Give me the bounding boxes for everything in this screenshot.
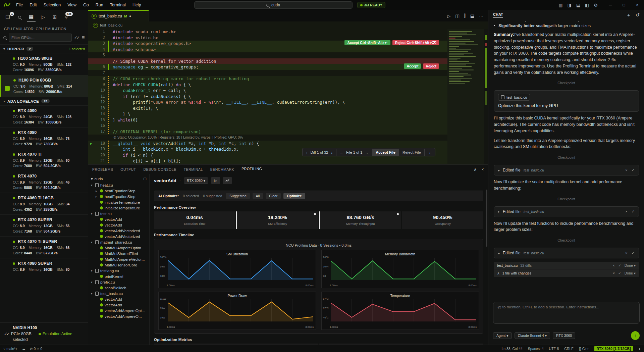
collapse-icon[interactable]: ∧ xyxy=(497,271,500,275)
gpu-item-h100-pcie-80gb[interactable]: H100 PCIe 80GBCC: 9.0Memory: 80GBSMs: 11… xyxy=(0,75,88,97)
split-editor-icon[interactable]: ⫿ xyxy=(464,13,466,18)
gpu-item-h100-sxm5-80gb[interactable]: H100 SXM5 80GBCC: 9.0Memory: 80GBSMs: 13… xyxy=(0,53,88,75)
sync-icon[interactable]: ☁ xyxy=(22,347,25,351)
reject-change-button[interactable]: Reject Ctrl+Shift+Alt+⌫ xyxy=(392,40,439,45)
menu-run[interactable]: Run xyxy=(93,2,106,8)
grid-layout-icon[interactable]: ▥ xyxy=(558,3,562,8)
menu-go[interactable]: Go xyxy=(80,2,92,8)
files-changed-row[interactable]: ∧1 file with changes×✓Done ▾ xyxy=(494,269,639,277)
maximize-icon[interactable]: □ xyxy=(617,0,631,10)
ai-optimize-button[interactable]: Optimize xyxy=(283,193,305,199)
gpu-memory-badge[interactable]: RTX 3060 [1.7/12GB] xyxy=(594,346,633,351)
gpu-group-header-ada-lovelace[interactable]: ▾ADA LOVELACE15 xyxy=(0,97,88,105)
discard-icon[interactable]: × xyxy=(613,271,615,275)
tree-item-test-basic-cu[interactable]: ▾test_basic.cu xyxy=(88,291,149,296)
accept-small-button[interactable]: Accept xyxy=(404,63,421,69)
git-branch-status[interactable]: ⑂ main*+ xyxy=(3,347,17,351)
send-button[interactable]: ↑ xyxy=(631,331,640,340)
minimap[interactable] xyxy=(447,29,484,164)
chat-chip-claude-sonnet-4[interactable]: Claude Sonnet 4 ▾ xyxy=(515,332,550,339)
chat-input[interactable]: @ to mention, Ctrl+L to add a selection.… xyxy=(493,302,640,324)
keep-icon[interactable]: ✓ xyxy=(618,263,621,267)
select-all-icon[interactable]: ✓✓ xyxy=(74,35,79,40)
panel-close-icon[interactable]: × xyxy=(481,167,484,172)
chat-chip-rtx-3060[interactable]: RTX 3060 xyxy=(553,332,575,339)
encoding[interactable]: UTF-8 xyxy=(549,347,559,351)
gpu-item-rtx-4070-ti-super[interactable]: RTX 4070 Ti SUPERCC: 8.9Memory: 16GBSMs:… xyxy=(0,236,88,258)
file-diffs-row[interactable]: test_basic.cu32 diffs×✓Done ▾ xyxy=(494,262,639,269)
tree-item-vectoraddampereo-[interactable]: vectorAddAmpereO... xyxy=(88,313,149,319)
ai-all-button[interactable]: All xyxy=(253,193,263,199)
panel-tab-output[interactable]: OUTPUT xyxy=(120,167,136,171)
indentation[interactable]: Spaces: 4 xyxy=(528,347,544,351)
menu-help[interactable]: Help xyxy=(130,2,144,8)
breadcrumb[interactable]: C test_basic.cu xyxy=(88,21,488,29)
notifications-bell-icon[interactable]: ◗ xyxy=(639,347,641,351)
search-activity-icon[interactable] xyxy=(15,13,24,21)
tree-item-matmul-shared-cu[interactable]: ▾matmul_shared.cu xyxy=(88,239,149,245)
panel-tab-profiling[interactable]: PROFILING xyxy=(241,167,262,172)
settings-gear-icon[interactable]: ⚙ xyxy=(594,3,598,8)
new-chat-icon[interactable]: + xyxy=(627,12,630,18)
run-kernel-icon[interactable]: ▶ xyxy=(90,141,92,147)
compare-icon[interactable]: ◫ xyxy=(455,13,459,18)
file-chip[interactable]: test_basic.cu xyxy=(498,94,530,101)
code-editor[interactable]: 1#include <cuda_runtime.h>2#include <std… xyxy=(88,29,488,164)
panel-tab-debug-console[interactable]: DEBUG CONSOLE xyxy=(144,167,176,171)
sidebar-toggle-icon[interactable]: ◨ xyxy=(567,3,571,8)
tree-item-vectoradd[interactable]: vectorAdd xyxy=(88,216,149,222)
tree-item-scanblelloch[interactable]: scanBlelloch xyxy=(88,285,149,291)
chat-messages[interactable]: •2-6x CUDA improvements for standard til… xyxy=(488,21,644,294)
ai-suggested-button[interactable]: Suggested xyxy=(226,193,250,199)
keep-icon[interactable]: ✓ xyxy=(618,271,621,275)
tree-item-printkernel[interactable]: printKernel xyxy=(88,273,149,279)
filter-gpus-input[interactable]: Filter GPUs... xyxy=(9,34,72,42)
selected-checkbox[interactable] xyxy=(5,86,10,91)
tree-item-heatequationstep[interactable]: ▸heatEquationStep xyxy=(88,188,149,194)
gpu-item-rtx-4090[interactable]: RTX 4090CC: 8.9Memory: 24GBSMs: 128Cores… xyxy=(0,105,88,127)
panel-toggle-icon[interactable]: ⬓ xyxy=(576,3,580,8)
tree-item-matmulsharedtiled[interactable]: MatMulSharedTiled xyxy=(88,251,149,256)
sort-list-icon[interactable]: ≣ xyxy=(82,35,85,40)
tree-item-vectoraddampereopt-[interactable]: vectorAddAmpereOpt... xyxy=(88,308,149,313)
gpu-item-rtx-4070[interactable]: RTX 4070CC: 8.9Memory: 12GBSMs: 46Cores:… xyxy=(0,171,88,193)
tree-item-heatequationstep[interactable]: ▸heatEquationStep xyxy=(88,194,149,199)
tree-item-vectoraddvectorized[interactable]: vectorAddVectorized xyxy=(88,234,149,239)
tree-item-test-cu[interactable]: ▾test.cu xyxy=(88,211,149,216)
explorer-icon[interactable]: ❐ 1 xyxy=(3,13,12,21)
tree-item-heat-cu[interactable]: ▾heat.cu xyxy=(88,182,149,188)
diffbar-more-icon[interactable]: ⋮ xyxy=(425,148,435,156)
panel-maximize-icon[interactable]: ∧ xyxy=(474,167,477,172)
eol[interactable]: CRLF xyxy=(564,347,573,351)
discard-icon[interactable]: × xyxy=(625,168,627,172)
done-dropdown[interactable]: Done ▾ xyxy=(625,263,636,267)
menu-file[interactable]: File xyxy=(13,2,25,8)
panel-tab-terminal[interactable]: TERMINAL xyxy=(184,167,203,171)
diff-counter[interactable]: ↑ Diff 1 of 32 ↓ xyxy=(303,149,336,156)
gpu-emulator-activity-icon[interactable]: ▦ xyxy=(27,13,36,21)
toggle-panel-icon[interactable]: ⬓ xyxy=(470,13,474,18)
cursor-position[interactable]: Ln 38, Col 44 xyxy=(501,347,522,351)
gpu-group-header-hopper[interactable]: ▾HOPPER21 selected xyxy=(0,44,88,53)
tree-item-vectoradd[interactable]: vectorAdd xyxy=(88,222,149,228)
tree-item-initializetemperature[interactable]: initializeTemperature xyxy=(88,205,149,211)
accept-change-button[interactable]: Accept Ctrl+Shift+Alt+↵ xyxy=(344,40,390,45)
tree-item-matmulampereoptim-[interactable]: MatMulAmpereOptim... xyxy=(88,245,149,251)
more-actions-icon[interactable]: ⋯ xyxy=(479,13,483,18)
reject-small-button[interactable]: Reject xyxy=(423,63,439,69)
tree-item-matmulamperevector-[interactable]: MatMulAmpereVector... xyxy=(88,256,149,262)
tree-item-vectoradd[interactable]: vectorAdd xyxy=(88,296,149,302)
done-dropdown[interactable]: Done ▾ xyxy=(625,271,636,275)
tree-item-testlang-cu[interactable]: ▾testlang.cu xyxy=(88,268,149,273)
chat-tab[interactable]: CHAT xyxy=(493,12,503,18)
menu-edit[interactable]: Edit xyxy=(27,2,40,8)
chat-history-icon[interactable]: ↺ xyxy=(635,12,640,18)
tab-test-basic-cu[interactable]: C test_basic.cu M ● xyxy=(88,10,149,21)
tree-item-matmultensorcore[interactable]: MatMulTensorCore xyxy=(88,262,149,268)
run-debug-icon[interactable]: ▷ xyxy=(39,13,47,21)
minimize-icon[interactable]: ─ xyxy=(604,0,617,10)
panel-scrollbar[interactable] xyxy=(486,190,487,247)
gpu-item-rtx-4080[interactable]: RTX 4080CC: 8.9Memory: 16GBSMs: 76Cores:… xyxy=(0,127,88,149)
gpu-item-rtx-4070-super[interactable]: RTX 4070 SUPERCC: 8.9Memory: 12GBSMs: 56… xyxy=(0,214,88,236)
gpu-item-rtx-4060-ti-16gb[interactable]: RTX 4060 Ti 16GBCC: 8.9Memory: 16GBSMs: … xyxy=(0,193,88,214)
